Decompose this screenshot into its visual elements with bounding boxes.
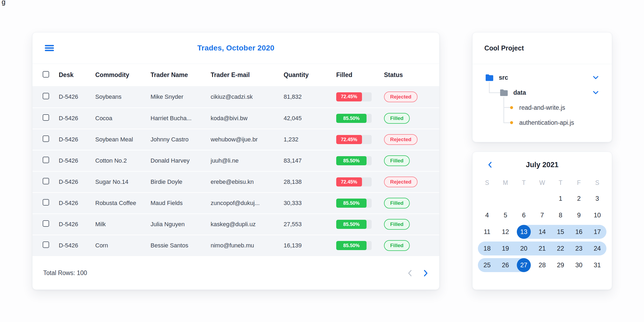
calendar-day[interactable]: 1 <box>554 192 568 206</box>
trades-card: Trades, October 2020 Desk Commodity Trad… <box>32 32 440 290</box>
calendar-week: 25 26 27 28 29 30 31 <box>478 257 606 273</box>
column-header-filled: Filled <box>336 71 384 79</box>
row-checkbox[interactable] <box>43 136 49 142</box>
status-badge: Rejected <box>384 134 418 145</box>
file-dot-icon <box>510 106 513 109</box>
calendar-week: 11 12 13 14 15 16 17 <box>478 224 606 240</box>
calendar-day[interactable]: 15 <box>554 225 568 239</box>
calendar-header: July 2021 <box>478 152 606 178</box>
calendar-day[interactable]: 28 <box>535 258 549 272</box>
chevron-down-icon[interactable] <box>593 91 598 94</box>
table-row: D-5426 Corn Bessie Santos nimo@funeb.mu … <box>32 235 439 256</box>
row-checkbox[interactable] <box>43 93 49 99</box>
tree-item-label: authentication-api.js <box>519 119 574 126</box>
project-card: Cool Project src data read-and-write.js … <box>472 32 612 142</box>
calendar-day[interactable]: 25 <box>480 258 494 272</box>
previous-month-icon[interactable] <box>488 162 492 168</box>
table-row: D-5426 Soybean Meal Johnny Castro wehubo… <box>32 129 439 150</box>
table-row: D-5426 Robusta Coffee Maud Fields zuncop… <box>32 192 439 213</box>
cell-trader-name: Johnny Castro <box>151 136 211 143</box>
calendar-day[interactable]: 26 <box>499 258 513 272</box>
previous-page-icon[interactable] <box>408 270 412 277</box>
tree-item-file[interactable]: authentication-api.js <box>485 115 599 130</box>
column-header-quantity: Quantity <box>284 71 336 79</box>
tree-item-data[interactable]: data <box>485 85 599 100</box>
calendar-day[interactable]: 19 <box>499 241 513 255</box>
row-checkbox[interactable] <box>43 178 49 184</box>
cell-quantity: 28,138 <box>284 178 336 185</box>
row-checkbox[interactable] <box>43 220 49 227</box>
calendar-day[interactable]: 6 <box>517 208 531 222</box>
select-all-checkbox[interactable] <box>43 71 49 78</box>
calendar-day[interactable]: 24 <box>590 241 604 255</box>
cell-trader-name: Harriet Bucha... <box>151 115 211 122</box>
cell-desk: D-5426 <box>59 221 95 228</box>
calendar-day[interactable]: 31 <box>590 258 604 272</box>
calendar-day[interactable]: 9 <box>572 208 586 222</box>
calendar-day[interactable]: 23 <box>572 241 586 255</box>
calendar-day[interactable]: 10 <box>590 208 604 222</box>
table-footer: Total Rows: 100 <box>32 256 439 290</box>
calendar-day <box>499 192 513 206</box>
filled-percent-label: 85.50% <box>343 158 360 164</box>
weekday-label: M <box>496 179 514 186</box>
weekday-label: W <box>533 179 551 186</box>
calendar-day[interactable]: 5 <box>499 208 513 222</box>
tree-item-src[interactable]: src <box>485 70 599 85</box>
column-header-trader-email: Trader E-mail <box>211 71 284 79</box>
cell-desk: D-5426 <box>59 242 95 249</box>
calendar-day[interactable]: 3 <box>590 192 604 206</box>
filled-percent-label: 72.45% <box>341 179 357 185</box>
calendar-day[interactable]: 13 <box>517 225 531 239</box>
cell-desk: D-5426 <box>59 115 95 122</box>
calendar-day[interactable]: 4 <box>480 208 494 222</box>
calendar-day[interactable]: 17 <box>590 225 604 239</box>
next-page-icon[interactable] <box>424 270 428 277</box>
cell-quantity: 1,232 <box>284 136 336 143</box>
chevron-down-icon[interactable] <box>593 76 598 79</box>
trades-card-header: Trades, October 2020 <box>32 32 439 64</box>
status-badge: Filled <box>384 113 410 124</box>
filled-percent-label: 85.50% <box>343 200 360 206</box>
weekday-label: S <box>478 179 496 186</box>
filled-progress-bar: 85.50% <box>336 199 372 208</box>
filled-progress-bar: 85.50% <box>336 114 372 123</box>
calendar-day[interactable]: 16 <box>572 225 586 239</box>
calendar-day[interactable]: 7 <box>535 208 549 222</box>
row-checkbox[interactable] <box>43 241 49 248</box>
filled-percent-label: 72.45% <box>341 137 357 142</box>
folder-icon <box>485 74 493 81</box>
table-row: D-5426 Sugar No.14 Birdie Doyle erebe@eb… <box>32 171 439 192</box>
calendar-day[interactable]: 30 <box>572 258 586 272</box>
cell-commodity: Robusta Coffee <box>95 200 151 207</box>
status-badge: Rejected <box>384 92 418 102</box>
cell-desk: D-5426 <box>59 93 95 100</box>
row-checkbox[interactable] <box>43 199 49 206</box>
calendar-day[interactable]: 8 <box>554 208 568 222</box>
stray-glyph: g <box>2 0 5 6</box>
calendar-day[interactable]: 2 <box>572 192 586 206</box>
status-badge: Filled <box>384 198 410 208</box>
calendar-day[interactable]: 12 <box>499 225 513 239</box>
calendar-week: 4 5 6 7 8 9 10 <box>478 207 606 224</box>
status-badge: Rejected <box>384 177 418 187</box>
tree-item-file[interactable]: read-and-write.js <box>485 100 599 115</box>
row-checkbox[interactable] <box>43 114 49 121</box>
column-header-desk: Desk <box>59 71 95 79</box>
calendar-week: 18 19 20 21 22 23 24 <box>478 240 606 257</box>
calendar-day[interactable]: 18 <box>480 241 494 255</box>
row-checkbox[interactable] <box>43 157 49 163</box>
filled-progress-bar: 72.45% <box>336 92 372 101</box>
calendar-day[interactable]: 29 <box>554 258 568 272</box>
calendar-day[interactable]: 20 <box>517 241 531 255</box>
calendar-day[interactable]: 27 <box>517 258 531 272</box>
weekday-label: T <box>515 179 533 186</box>
cell-trader-name: Julia Nguyen <box>151 221 211 228</box>
file-dot-icon <box>510 121 513 124</box>
hamburger-menu-icon[interactable] <box>45 44 54 52</box>
table-row: D-5426 Soybeans Mike Snyder cikiuz@cadzi… <box>32 86 439 107</box>
calendar-day[interactable]: 22 <box>554 241 568 255</box>
project-title: Cool Project <box>484 44 524 52</box>
calendar-day[interactable]: 11 <box>480 225 494 239</box>
cell-quantity: 42,045 <box>284 115 336 122</box>
